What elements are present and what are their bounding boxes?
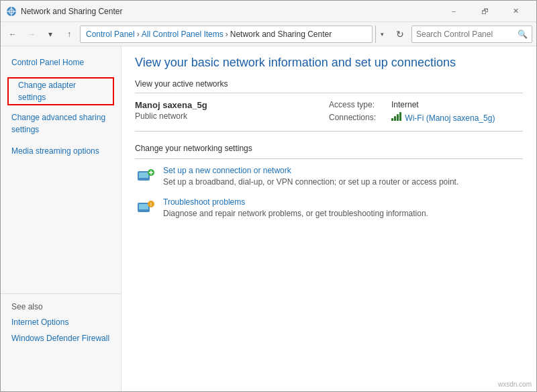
- breadcrumb-all-items[interactable]: All Control Panel Items: [142, 30, 224, 39]
- up-button[interactable]: ↑: [61, 26, 77, 42]
- main-window: Network and Sharing Center − 🗗 ✕ ← → ▾ ↑…: [0, 0, 537, 392]
- sidebar-item-windows-defender[interactable]: Windows Defender Firewall: [1, 330, 121, 346]
- content-area: View your basic network information and …: [121, 46, 536, 391]
- connections-row: Connections: Wi-Fi (Manoj saxena_5g): [329, 112, 523, 123]
- sidebar-item-internet-options[interactable]: Internet Options: [1, 314, 121, 330]
- search-icon: 🔍: [518, 30, 528, 39]
- connections-label: Connections:: [329, 113, 386, 122]
- settings-title: Change your networking settings: [135, 144, 523, 153]
- new-connection-desc: Set up a broadband, dial-up, or VPN conn…: [163, 177, 458, 187]
- window-controls: − 🗗 ✕: [438, 1, 531, 22]
- svg-rect-4: [139, 173, 148, 178]
- svg-rect-9: [139, 204, 148, 209]
- troubleshoot-icon: !: [135, 197, 156, 219]
- refresh-button[interactable]: ↻: [391, 26, 409, 43]
- sidebar: Control Panel Home Change adapter settin…: [1, 46, 121, 391]
- watermark: wxsdn.com: [498, 381, 532, 388]
- new-connection-link[interactable]: Set up a new connection or network: [163, 166, 458, 175]
- close-button[interactable]: ✕: [500, 1, 531, 22]
- troubleshoot-item: ! Troubleshoot problems Diagnose and rep…: [135, 197, 523, 219]
- active-networks: Manoj saxena_5g Public network Access ty…: [135, 100, 523, 132]
- svg-text:!: !: [150, 202, 152, 207]
- troubleshoot-desc: Diagnose and repair network problems, or…: [163, 209, 428, 218]
- breadcrumb-dropdown[interactable]: ▾: [375, 26, 389, 43]
- sidebar-item-advanced-sharing[interactable]: Change advanced sharingsettings: [1, 109, 121, 138]
- new-connection-item: Set up a new connection or network Set u…: [135, 166, 523, 188]
- network-name: Manoj saxena_5g: [135, 100, 329, 110]
- breadcrumb-control-panel[interactable]: Control Panel: [86, 30, 135, 39]
- sidebar-item-media-streaming[interactable]: Media streaming options: [1, 143, 121, 159]
- forward-button[interactable]: →: [23, 26, 40, 42]
- see-also-label: See also: [1, 299, 121, 314]
- restore-button[interactable]: 🗗: [469, 1, 500, 22]
- page-title: View your basic network information and …: [135, 56, 523, 70]
- window-icon: [6, 6, 17, 17]
- back-button[interactable]: ←: [5, 26, 21, 42]
- window-title: Network and Sharing Center: [21, 7, 438, 16]
- access-type-value: Internet: [391, 100, 419, 109]
- access-type-label: Access type:: [329, 100, 386, 109]
- new-connection-icon: [135, 166, 156, 187]
- main-layout: Control Panel Home Change adapter settin…: [1, 46, 536, 391]
- connections-value[interactable]: Wi-Fi (Manoj saxena_5g): [391, 112, 495, 123]
- network-info-section: Access type: Internet Connections:: [329, 100, 523, 123]
- search-box: 🔍: [411, 26, 532, 43]
- network-name-section: Manoj saxena_5g Public network: [135, 100, 329, 121]
- recent-locations-button[interactable]: ▾: [42, 26, 58, 42]
- access-type-row: Access type: Internet: [329, 100, 523, 109]
- see-also-section: See also Internet Options Windows Defend…: [1, 293, 121, 346]
- active-networks-label: View your active networks: [135, 79, 523, 89]
- breadcrumb-current: Network and Sharing Center: [230, 30, 332, 39]
- wifi-icon: [391, 113, 405, 123]
- troubleshoot-content: Troubleshoot problems Diagnose and repai…: [163, 197, 428, 219]
- minimize-button[interactable]: −: [438, 1, 469, 22]
- settings-section: Change your networking settings: [135, 144, 523, 219]
- breadcrumb: Control Panel › All Control Panel Items …: [80, 26, 373, 43]
- search-input[interactable]: [416, 30, 518, 39]
- settings-divider: [135, 158, 523, 159]
- divider-1: [135, 93, 523, 93]
- title-bar: Network and Sharing Center − 🗗 ✕: [1, 1, 536, 22]
- sidebar-item-control-panel-home[interactable]: Control Panel Home: [1, 54, 121, 70]
- network-type: Public network: [135, 111, 329, 121]
- sidebar-item-change-adapter[interactable]: Change adapter settings: [7, 77, 114, 105]
- new-connection-content: Set up a new connection or network Set u…: [163, 166, 458, 188]
- troubleshoot-link[interactable]: Troubleshoot problems: [163, 197, 428, 207]
- address-bar: ← → ▾ ↑ Control Panel › All Control Pane…: [1, 22, 536, 46]
